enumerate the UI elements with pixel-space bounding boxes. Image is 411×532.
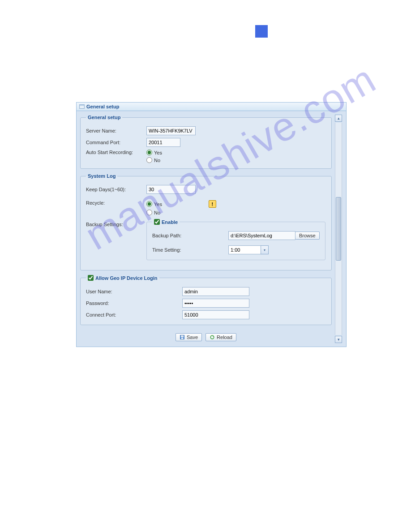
recycle-label: Recycle:	[86, 200, 146, 206]
recycle-yes-radio[interactable]: Yes !	[146, 200, 216, 208]
auto-start-no-radio[interactable]: No	[146, 157, 162, 163]
geo-ip-checkbox[interactable]	[88, 275, 94, 281]
recycle-yes-input[interactable]	[146, 201, 152, 207]
scroll-track[interactable]	[335, 123, 342, 335]
geo-ip-legend: Allow Geo IP Device Login	[95, 275, 158, 281]
general-setup-fieldset: General setup Server Name: Command Port:…	[80, 115, 332, 169]
enable-checkbox-wrap[interactable]: Enable	[154, 219, 178, 225]
system-log-legend: System Log	[86, 173, 117, 179]
time-setting-select[interactable]: ▾	[228, 245, 269, 254]
scroll-up-button[interactable]: ▴	[335, 115, 342, 122]
browse-button[interactable]: Browse	[295, 232, 320, 240]
scroll-thumb[interactable]	[336, 197, 341, 261]
recycle-no-input[interactable]	[146, 210, 152, 215]
connect-port-input[interactable]	[182, 310, 249, 319]
geo-ip-checkbox-wrap[interactable]: Allow Geo IP Device Login	[88, 275, 158, 281]
system-log-fieldset: System Log Keep Days(1~60): Recycle: Yes…	[80, 173, 332, 270]
reload-icon	[210, 335, 215, 340]
save-button[interactable]: Save	[176, 333, 202, 341]
svg-rect-4	[181, 338, 184, 339]
reload-button-label: Reload	[217, 335, 232, 340]
password-input[interactable]	[182, 299, 249, 308]
backup-path-input[interactable]	[228, 231, 295, 240]
save-icon	[180, 335, 185, 340]
general-setup-legend: General setup	[86, 115, 122, 120]
general-setup-panel: General setup General setup Server Name:…	[76, 102, 347, 347]
svg-rect-3	[181, 335, 184, 337]
auto-start-label: Auto Start Recording:	[86, 150, 146, 155]
auto-start-no-input[interactable]	[146, 157, 152, 163]
password-label: Password:	[86, 300, 182, 306]
server-name-label: Server Name:	[86, 128, 146, 133]
recycle-no-label: No	[154, 210, 160, 215]
command-port-input[interactable]	[146, 138, 180, 147]
scrollbar[interactable]: ▴ ▾	[334, 115, 342, 343]
button-row: Save Reload	[80, 333, 332, 341]
command-port-label: Command Port:	[86, 140, 146, 145]
auto-start-yes-input[interactable]	[146, 150, 152, 155]
auto-start-no-label: No	[154, 158, 160, 163]
enable-label: Enable	[162, 219, 178, 225]
auto-start-yes-radio[interactable]: Yes	[146, 150, 162, 155]
panel-header: General setup	[77, 103, 346, 111]
decorative-square	[255, 25, 268, 38]
keep-days-label: Keep Days(1~60):	[86, 187, 146, 192]
keep-days-input[interactable]	[146, 185, 196, 194]
recycle-no-radio[interactable]: No	[146, 210, 216, 215]
enable-checkbox[interactable]	[154, 219, 160, 225]
svg-rect-1	[80, 105, 85, 106]
server-name-input[interactable]	[146, 126, 196, 135]
time-setting-label: Time Setting:	[152, 247, 228, 253]
panel-title: General setup	[86, 104, 119, 109]
backup-settings-label: Backup Settings:	[86, 221, 146, 227]
chevron-down-icon[interactable]: ▾	[261, 245, 269, 254]
browse-button-label: Browse	[299, 233, 316, 238]
geo-ip-fieldset: Allow Geo IP Device Login User Name: Pas…	[80, 275, 332, 325]
auto-start-yes-label: Yes	[154, 150, 162, 155]
user-name-label: User Name:	[86, 289, 182, 294]
backup-path-label: Backup Path:	[152, 233, 228, 238]
connect-port-label: Connect Port:	[86, 312, 182, 317]
save-button-label: Save	[187, 335, 198, 340]
user-name-input[interactable]	[182, 287, 249, 296]
reload-button[interactable]: Reload	[206, 333, 236, 341]
window-icon	[79, 104, 85, 109]
warning-icon: !	[209, 200, 216, 208]
scroll-down-button[interactable]: ▾	[335, 336, 342, 343]
recycle-yes-label: Yes	[154, 202, 162, 207]
backup-enable-fieldset: Enable Backup Path: Browse Time Setting:	[146, 219, 325, 260]
